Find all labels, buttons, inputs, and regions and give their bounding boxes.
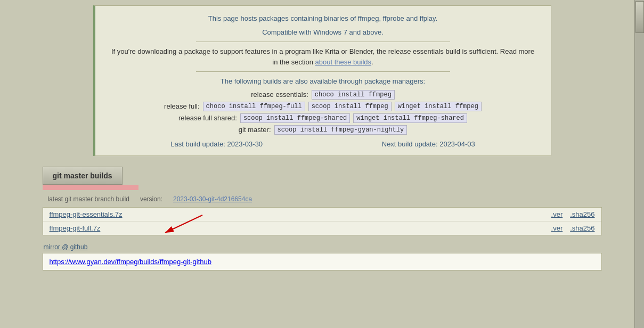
shared-cmd-2: winget install ffmpeg-shared bbox=[353, 113, 467, 123]
file-full-link[interactable]: ffmpeg-git-full.7z bbox=[50, 224, 551, 232]
dates-row: Last build update: 2023-03-30 Next build… bbox=[111, 140, 535, 148]
pink-bar bbox=[43, 185, 138, 190]
release-full-shared-row: release full shared: scoop install ffmpe… bbox=[178, 113, 467, 123]
full-cmd-2: scoop install ffmpeg bbox=[308, 102, 392, 111]
section-title: git master builds bbox=[43, 167, 123, 185]
divider2 bbox=[196, 71, 450, 72]
info-line4: The following builds are also available … bbox=[111, 76, 535, 87]
full-cmd-1: choco install ffmpeg-full bbox=[203, 102, 305, 111]
git-master-row: git master: scoop install ffmpeg-gyan-ni… bbox=[239, 125, 407, 135]
divider1 bbox=[196, 42, 450, 42]
full-shared-label: release full shared: bbox=[178, 114, 237, 122]
build-info-row: latest git master branch build version: … bbox=[43, 195, 602, 203]
file-full-ver[interactable]: .ver bbox=[551, 224, 563, 232]
info-box: This page hosts packages containing bina… bbox=[93, 5, 551, 156]
info-line3: If you're downloading a package to suppo… bbox=[111, 46, 535, 67]
info-line1: This page hosts packages containing bina… bbox=[111, 13, 535, 24]
file-full-sha[interactable]: .sha256 bbox=[570, 224, 594, 232]
mirror-label[interactable]: mirror @ github bbox=[43, 243, 88, 251]
mirror-url-link[interactable]: https://www.gyan.dev/ffmpeg/builds/ffmpe… bbox=[50, 258, 211, 266]
full-cmd-3: winget install ffmpeg bbox=[395, 102, 482, 111]
git-master-label: git master: bbox=[239, 126, 271, 134]
scrollbar-thumb[interactable] bbox=[635, 1, 644, 33]
build-commands: release essentials: choco install ffmpeg… bbox=[111, 90, 535, 135]
git-master-section: git master builds latest git master bran… bbox=[43, 167, 602, 270]
branch-label: latest git master branch build bbox=[48, 195, 129, 203]
version-value[interactable]: 2023-03-30-git-4d216654ca bbox=[173, 195, 252, 203]
last-build-date: Last build update: 2023-03-30 bbox=[170, 140, 263, 148]
info-line2: Compatible with Windows 7 and above. bbox=[111, 27, 535, 38]
shared-cmd-1: scoop install ffmpeg-shared bbox=[240, 113, 350, 123]
git-master-cmd: scoop install ffmpeg-gyan-nightly bbox=[274, 125, 407, 135]
full-label: release full: bbox=[164, 102, 199, 110]
file-row-full: ffmpeg-git-full.7z .ver .sha256 bbox=[43, 222, 601, 235]
release-essentials-row: release essentials: choco install ffmpeg bbox=[251, 90, 395, 100]
file-essentials-link[interactable]: ffmpeg-git-essentials.7z bbox=[50, 210, 551, 218]
next-build-date: Next build update: 2023-04-03 bbox=[382, 140, 475, 148]
release-full-row: release full: choco install ffmpeg-full … bbox=[164, 102, 482, 111]
scrollbar[interactable] bbox=[634, 0, 644, 328]
about-builds-link[interactable]: about these builds bbox=[315, 58, 372, 66]
files-table: ffmpeg-git-essentials.7z .ver .sha256 ff… bbox=[43, 207, 602, 235]
file-row-essentials: ffmpeg-git-essentials.7z .ver .sha256 bbox=[43, 208, 601, 222]
mirror-url-box: https://www.gyan.dev/ffmpeg/builds/ffmpe… bbox=[43, 253, 602, 270]
file-essentials-ver[interactable]: .ver bbox=[551, 210, 563, 218]
file-essentials-sha[interactable]: .sha256 bbox=[570, 210, 594, 218]
essentials-cmd: choco install ffmpeg bbox=[312, 90, 395, 100]
version-label: version: bbox=[140, 195, 162, 203]
files-container: ffmpeg-git-essentials.7z .ver .sha256 ff… bbox=[43, 207, 602, 235]
essentials-label: release essentials: bbox=[251, 91, 308, 99]
